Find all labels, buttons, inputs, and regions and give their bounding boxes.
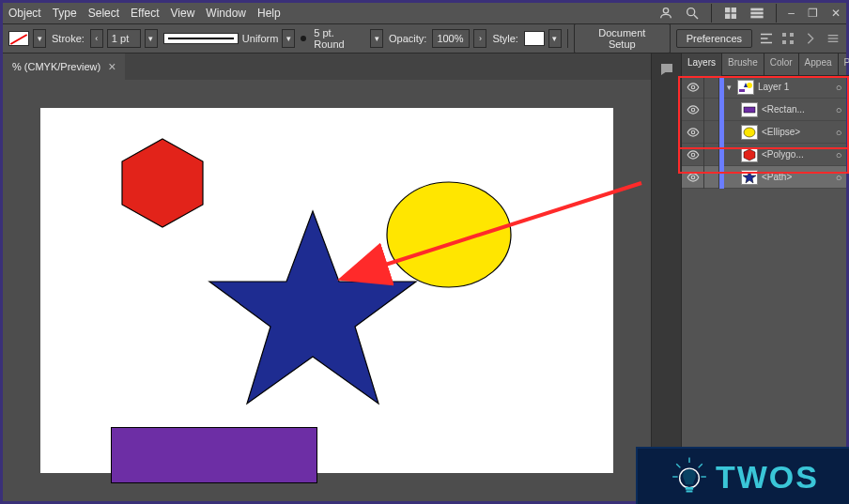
rectangle-shape[interactable]	[111, 427, 317, 483]
chevron-down-icon[interactable]: ▾	[33, 29, 46, 48]
chevron-right-icon[interactable]: ›	[473, 29, 486, 48]
visibility-toggle[interactable]	[682, 144, 704, 166]
opacity-label: Opacity:	[389, 33, 426, 44]
layer-name[interactable]: <Ellipse>	[762, 127, 831, 137]
layers-panel: ▾ Layer 1 ○ <Rectan... ○	[682, 76, 846, 189]
tab-properties[interactable]: Proper	[839, 53, 849, 76]
visibility-toggle[interactable]	[682, 99, 704, 121]
tab-brushes[interactable]: Brushe	[722, 53, 764, 76]
preferences-button[interactable]: Preferences	[676, 29, 752, 48]
style-label: Style:	[492, 33, 518, 44]
menu-bar: Object Type Select Effect View Window He…	[3, 3, 846, 23]
layer-row[interactable]: <Ellipse> ○	[682, 121, 846, 144]
layer-row[interactable]: ▾ Layer 1 ○	[682, 76, 846, 99]
grid-icon[interactable]	[780, 31, 795, 46]
svg-rect-14	[790, 33, 794, 37]
visibility-toggle[interactable]	[682, 166, 704, 189]
svg-rect-7	[751, 8, 764, 11]
svg-point-32	[744, 128, 755, 137]
twist-down-icon[interactable]: ▾	[724, 83, 733, 92]
layer-row[interactable]: <Polygo... ○	[682, 144, 846, 166]
svg-point-27	[747, 83, 752, 88]
menu-item[interactable]: Effect	[131, 7, 159, 20]
svg-point-1	[687, 8, 695, 16]
arrow-right-icon[interactable]	[803, 31, 818, 46]
document-setup-button[interactable]: Document Setup	[574, 23, 671, 53]
svg-rect-16	[790, 40, 794, 44]
align-icon[interactable]	[758, 30, 775, 47]
chevron-down-icon[interactable]: ▾	[548, 29, 562, 48]
stroke-weight-input[interactable]	[107, 29, 141, 48]
arrange-icon[interactable]	[723, 6, 738, 21]
close-button[interactable]: ✕	[831, 7, 841, 20]
svg-rect-8	[751, 12, 764, 15]
svg-point-35	[691, 176, 695, 179]
tab-layers[interactable]: Layers	[682, 53, 722, 76]
layer-color-bar	[719, 121, 724, 144]
star-shape[interactable]	[205, 206, 421, 413]
layer-name[interactable]: <Path>	[762, 172, 831, 182]
svg-rect-4	[732, 8, 736, 12]
tab-color[interactable]: Color	[764, 53, 799, 76]
layer-thumbnail	[741, 147, 758, 162]
target-icon[interactable]: ○	[831, 149, 846, 160]
brush-dropdown[interactable]: 5 pt. Round ▾	[301, 27, 383, 50]
chevron-down-icon[interactable]: ▾	[282, 29, 295, 48]
workspace-icon[interactable]	[749, 6, 764, 21]
document-tab-label: % (CMYK/Preview)	[12, 61, 100, 72]
lock-toggle[interactable]	[704, 76, 719, 99]
layer-row[interactable]: <Rectan... ○	[682, 99, 846, 121]
menu-item[interactable]: Help	[257, 7, 281, 20]
stepper-button[interactable]: ‹	[90, 29, 103, 48]
document-tab[interactable]: % (CMYK/Preview) ×	[3, 53, 125, 80]
comment-icon[interactable]	[658, 61, 675, 78]
layer-name[interactable]: <Rectan...	[762, 104, 831, 115]
layer-color-bar	[719, 144, 724, 166]
brush-dot-icon	[301, 36, 306, 41]
menu-item[interactable]: Object	[8, 7, 41, 20]
tab-appearance[interactable]: Appea	[799, 53, 839, 76]
dock-strip	[651, 53, 681, 501]
layer-name[interactable]: <Polygo...	[762, 149, 831, 160]
target-icon[interactable]: ○	[831, 82, 846, 93]
svg-marker-34	[744, 149, 755, 160]
menu-item[interactable]: Window	[206, 7, 246, 20]
style-swatch[interactable]: ▾	[524, 27, 562, 50]
layer-thumbnail	[737, 80, 754, 95]
canvas-viewport[interactable]	[3, 80, 651, 501]
chevron-down-icon[interactable]: ▾	[145, 29, 158, 48]
target-icon[interactable]: ○	[831, 172, 846, 183]
hexagon-shape[interactable]	[111, 136, 214, 230]
layer-name[interactable]: Layer 1	[758, 82, 831, 92]
close-tab-icon[interactable]: ×	[108, 59, 116, 74]
visibility-toggle[interactable]	[682, 121, 704, 144]
svg-rect-13	[782, 33, 786, 37]
layer-thumbnail	[741, 125, 758, 140]
artboard[interactable]	[40, 108, 613, 473]
menu-item[interactable]: Type	[53, 7, 77, 20]
stroke-profile-dropdown[interactable]: Uniform ▾	[163, 27, 296, 50]
search-icon[interactable]	[685, 6, 700, 21]
target-icon[interactable]: ○	[831, 127, 846, 138]
svg-point-29	[691, 108, 695, 112]
menu-item[interactable]: View	[171, 7, 195, 20]
restore-button[interactable]: ❐	[808, 7, 818, 20]
lock-toggle[interactable]	[704, 166, 719, 189]
target-icon[interactable]: ○	[831, 104, 846, 115]
lock-toggle[interactable]	[704, 121, 719, 144]
user-icon[interactable]	[658, 6, 673, 21]
opacity-input[interactable]	[432, 29, 470, 48]
layer-row[interactable]: <Path> ○	[682, 166, 846, 189]
svg-line-39	[699, 464, 702, 467]
lock-toggle[interactable]	[704, 144, 719, 166]
lock-toggle[interactable]	[704, 99, 719, 121]
visibility-toggle[interactable]	[682, 76, 704, 99]
menu-item[interactable]: Select	[88, 7, 119, 20]
chevron-down-icon[interactable]: ▾	[370, 29, 383, 48]
panel-menu-icon[interactable]	[826, 31, 841, 46]
fill-swatch[interactable]: ▾	[8, 27, 46, 50]
brush-label: 5 pt. Round	[314, 27, 366, 50]
svg-point-33	[691, 153, 695, 157]
minimize-button[interactable]: –	[788, 7, 795, 20]
layer-color-bar	[719, 99, 724, 121]
